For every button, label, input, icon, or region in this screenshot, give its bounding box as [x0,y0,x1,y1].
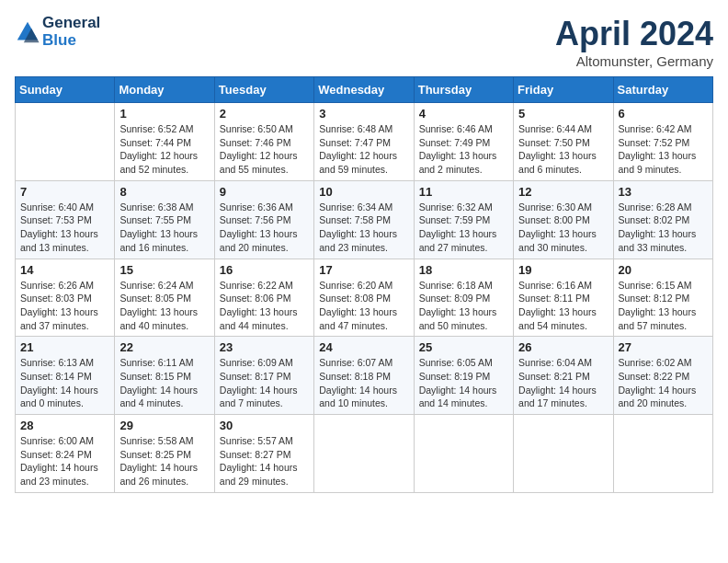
day-number: 10 [319,185,408,199]
day-number: 4 [419,107,508,121]
day-number: 7 [20,185,109,199]
calendar-cell [16,103,115,181]
calendar-cell: 18Sunrise: 6:18 AM Sunset: 8:09 PM Dayli… [414,259,513,337]
title-area: April 2024 Altomunster, Germany [555,15,713,69]
cell-info: Sunrise: 6:13 AM Sunset: 8:14 PM Dayligh… [20,356,109,410]
day-number: 17 [319,263,408,277]
day-number: 19 [518,263,608,277]
day-number: 13 [619,185,708,199]
page-header: General Blue April 2024 Altomunster, Ger… [15,15,713,69]
calendar-cell: 1Sunrise: 6:52 AM Sunset: 7:44 PM Daylig… [115,103,214,181]
day-number: 11 [419,185,508,199]
calendar-cell: 14Sunrise: 6:26 AM Sunset: 8:03 PM Dayli… [16,259,115,337]
calendar-cell: 19Sunrise: 6:16 AM Sunset: 8:11 PM Dayli… [514,259,613,337]
cell-info: Sunrise: 6:44 AM Sunset: 7:50 PM Dayligh… [518,122,608,177]
cell-info: Sunrise: 6:11 AM Sunset: 8:15 PM Dayligh… [119,356,209,410]
week-row-5: 28Sunrise: 6:00 AM Sunset: 8:24 PM Dayli… [16,415,713,493]
calendar-cell: 25Sunrise: 6:05 AM Sunset: 8:19 PM Dayli… [414,337,513,415]
day-number: 8 [119,185,209,199]
calendar-cell: 15Sunrise: 6:24 AM Sunset: 8:05 PM Dayli… [115,259,214,337]
day-number: 1 [119,107,209,121]
logo: General Blue [15,15,100,49]
cell-info: Sunrise: 6:20 AM Sunset: 8:08 PM Dayligh… [319,279,408,333]
calendar-cell: 20Sunrise: 6:15 AM Sunset: 8:12 PM Dayli… [613,259,712,337]
day-number: 2 [220,107,309,121]
day-number: 26 [518,340,608,354]
cell-info: Sunrise: 6:42 AM Sunset: 7:52 PM Dayligh… [619,122,708,177]
day-number: 28 [20,419,109,432]
day-number: 30 [220,419,309,432]
calendar-cell: 26Sunrise: 6:04 AM Sunset: 8:21 PM Dayli… [514,337,613,415]
calendar-cell: 30Sunrise: 5:57 AM Sunset: 8:27 PM Dayli… [214,415,313,493]
week-row-3: 14Sunrise: 6:26 AM Sunset: 8:03 PM Dayli… [16,259,713,337]
calendar-cell: 24Sunrise: 6:07 AM Sunset: 8:18 PM Dayli… [314,337,414,415]
day-number: 21 [20,340,109,354]
calendar-cell: 27Sunrise: 6:02 AM Sunset: 8:22 PM Dayli… [613,337,712,415]
logo-icon [15,19,40,45]
calendar-cell [414,415,513,493]
calendar-cell: 13Sunrise: 6:28 AM Sunset: 8:02 PM Dayli… [613,180,712,259]
cell-info: Sunrise: 6:16 AM Sunset: 8:11 PM Dayligh… [518,279,608,333]
calendar-cell: 11Sunrise: 6:32 AM Sunset: 7:59 PM Dayli… [414,180,513,259]
day-number: 5 [518,107,608,121]
calendar-cell: 6Sunrise: 6:42 AM Sunset: 7:52 PM Daylig… [613,103,712,181]
day-number: 15 [119,263,209,277]
calendar-cell: 3Sunrise: 6:48 AM Sunset: 7:47 PM Daylig… [314,103,414,181]
calendar-cell: 8Sunrise: 6:38 AM Sunset: 7:55 PM Daylig… [115,180,214,259]
calendar-cell: 2Sunrise: 6:50 AM Sunset: 7:46 PM Daylig… [214,103,313,181]
cell-info: Sunrise: 5:57 AM Sunset: 8:27 PM Dayligh… [220,434,309,488]
calendar-cell: 23Sunrise: 6:09 AM Sunset: 8:17 PM Dayli… [214,337,313,415]
calendar-cell: 5Sunrise: 6:44 AM Sunset: 7:50 PM Daylig… [514,103,613,181]
week-row-4: 21Sunrise: 6:13 AM Sunset: 8:14 PM Dayli… [16,337,713,415]
logo-text: General Blue [42,15,100,49]
calendar-cell [613,415,712,493]
day-number: 9 [220,185,309,199]
day-number: 16 [220,263,309,277]
cell-info: Sunrise: 6:34 AM Sunset: 7:58 PM Dayligh… [319,201,408,255]
day-number: 12 [518,185,608,199]
cell-info: Sunrise: 6:04 AM Sunset: 8:21 PM Dayligh… [518,356,608,410]
cell-info: Sunrise: 6:18 AM Sunset: 8:09 PM Dayligh… [419,279,508,333]
calendar-cell: 28Sunrise: 6:00 AM Sunset: 8:24 PM Dayli… [16,415,115,493]
cell-info: Sunrise: 6:30 AM Sunset: 8:00 PM Dayligh… [518,201,608,255]
cell-info: Sunrise: 6:09 AM Sunset: 8:17 PM Dayligh… [220,356,309,410]
cell-info: Sunrise: 6:28 AM Sunset: 8:02 PM Dayligh… [619,201,708,255]
cell-info: Sunrise: 6:52 AM Sunset: 7:44 PM Dayligh… [119,122,209,177]
day-number: 18 [419,263,508,277]
month-title: April 2024 [555,15,713,53]
day-number: 27 [619,340,708,354]
calendar-cell: 12Sunrise: 6:30 AM Sunset: 8:00 PM Dayli… [514,180,613,259]
day-number: 20 [619,263,708,277]
calendar-cell: 22Sunrise: 6:11 AM Sunset: 8:15 PM Dayli… [115,337,214,415]
cell-info: Sunrise: 6:40 AM Sunset: 7:53 PM Dayligh… [20,201,109,255]
weekday-header-tuesday: Tuesday [214,77,313,103]
cell-info: Sunrise: 6:02 AM Sunset: 8:22 PM Dayligh… [619,356,708,410]
cell-info: Sunrise: 6:36 AM Sunset: 7:56 PM Dayligh… [220,201,309,255]
location-subtitle: Altomunster, Germany [555,53,713,69]
day-number: 6 [619,107,708,121]
day-number: 23 [220,340,309,354]
cell-info: Sunrise: 6:00 AM Sunset: 8:24 PM Dayligh… [20,434,109,488]
cell-info: Sunrise: 6:32 AM Sunset: 7:59 PM Dayligh… [419,201,508,255]
week-row-2: 7Sunrise: 6:40 AM Sunset: 7:53 PM Daylig… [16,180,713,259]
weekday-header-sunday: Sunday [16,77,115,103]
calendar-cell: 21Sunrise: 6:13 AM Sunset: 8:14 PM Dayli… [16,337,115,415]
calendar-cell: 29Sunrise: 5:58 AM Sunset: 8:25 PM Dayli… [115,415,214,493]
week-row-1: 1Sunrise: 6:52 AM Sunset: 7:44 PM Daylig… [16,103,713,181]
cell-info: Sunrise: 5:58 AM Sunset: 8:25 PM Dayligh… [119,434,209,488]
cell-info: Sunrise: 6:50 AM Sunset: 7:46 PM Dayligh… [220,122,309,177]
cell-info: Sunrise: 6:07 AM Sunset: 8:18 PM Dayligh… [319,356,408,410]
day-number: 22 [119,340,209,354]
cell-info: Sunrise: 6:48 AM Sunset: 7:47 PM Dayligh… [319,122,408,177]
day-number: 25 [419,340,508,354]
calendar-cell: 7Sunrise: 6:40 AM Sunset: 7:53 PM Daylig… [16,180,115,259]
calendar-cell: 4Sunrise: 6:46 AM Sunset: 7:49 PM Daylig… [414,103,513,181]
calendar-cell: 10Sunrise: 6:34 AM Sunset: 7:58 PM Dayli… [314,180,414,259]
day-number: 29 [119,419,209,432]
weekday-header-row: SundayMondayTuesdayWednesdayThursdayFrid… [16,77,713,103]
cell-info: Sunrise: 6:26 AM Sunset: 8:03 PM Dayligh… [20,279,109,333]
cell-info: Sunrise: 6:22 AM Sunset: 8:06 PM Dayligh… [220,279,309,333]
cell-info: Sunrise: 6:15 AM Sunset: 8:12 PM Dayligh… [619,279,708,333]
calendar-cell: 17Sunrise: 6:20 AM Sunset: 8:08 PM Dayli… [314,259,414,337]
weekday-header-saturday: Saturday [613,77,712,103]
